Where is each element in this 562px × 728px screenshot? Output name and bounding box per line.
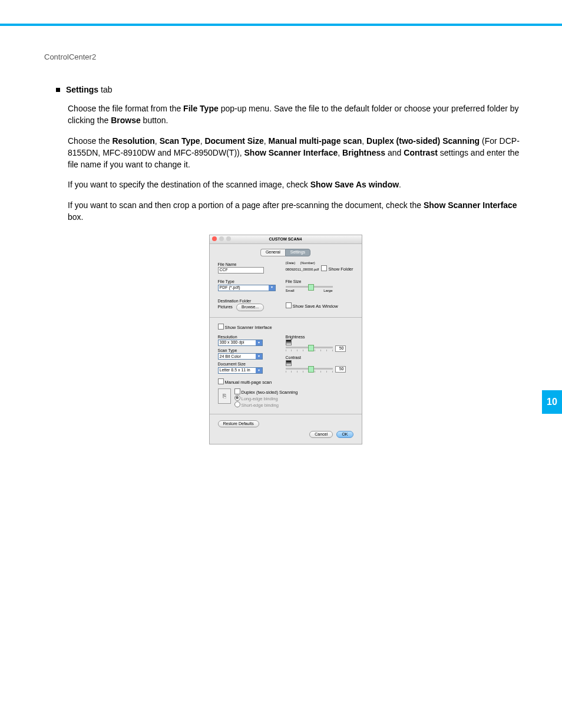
chevron-down-icon: ▾ (269, 285, 275, 291)
filesize-small: Small (286, 289, 295, 293)
show-save-as-checkbox[interactable] (286, 302, 292, 308)
p2j: Duplex (two-sided) Scanning (366, 136, 480, 146)
filesize-slider[interactable] (286, 286, 333, 288)
p2a: Choose the (68, 136, 113, 146)
dialog-titlebar: CUSTOM SCAN4 (210, 235, 362, 244)
resolution-select[interactable]: 300 x 300 dpi▾ (218, 340, 263, 346)
filename-preview: 08092011_00000.pdf (286, 268, 319, 271)
breadcrumb: ControlCenter2 (44, 52, 527, 61)
divider (210, 414, 362, 414)
duplex-icon: ⎘ (218, 388, 231, 404)
slider-thumb-icon (308, 284, 314, 291)
contrast-value[interactable]: 50 (335, 366, 346, 373)
p2b: Resolution (113, 136, 155, 146)
filetype-select[interactable]: PDF (*.pdf)▾ (218, 285, 276, 291)
cancel-button[interactable]: Cancel (309, 431, 333, 438)
filesize-label: File Size (286, 279, 353, 284)
p3a: If you want to specify the destination o… (68, 180, 310, 189)
window-controls (212, 236, 232, 242)
tab-bar: GeneralSettings (210, 244, 362, 259)
contrast-slider[interactable] (286, 368, 333, 370)
p2c: , (155, 136, 160, 146)
p4b: Show Scanner Interface (424, 200, 517, 210)
resolution-value: 300 x 300 dpi (220, 340, 244, 345)
contrast-label: Contrast (286, 355, 353, 360)
filename-input[interactable]: CCF (218, 267, 264, 274)
ok-button[interactable]: OK (336, 431, 353, 438)
brightness-slider[interactable] (286, 347, 333, 348)
settings-dialog: CUSTOM SCAN4 GeneralSettings File Name C… (209, 235, 362, 444)
resolution-label: Resolution (218, 335, 286, 340)
date-label: (Date) (286, 261, 296, 265)
dialog-body: File Name CCF (Date) (Number) 08092011_0… (210, 260, 362, 444)
short-edge-radio[interactable] (234, 401, 240, 407)
number-label: (Number) (300, 261, 315, 265)
p2m: , (338, 148, 342, 157)
docsize-label: Document Size (218, 362, 286, 367)
chevron-down-icon: ▾ (256, 368, 262, 373)
show-scanner-interface-checkbox[interactable] (218, 324, 224, 330)
p4c: box. (68, 212, 83, 222)
filesize-large: Large (323, 289, 332, 293)
p2f: Document Size (204, 136, 263, 146)
paragraph-1: Choose the file format from the File Typ… (68, 103, 527, 127)
brightness-value[interactable]: 50 (335, 345, 346, 352)
p4a: If you want to scan and then crop a port… (68, 200, 424, 210)
close-icon[interactable] (212, 236, 217, 241)
browse-button[interactable]: Browse... (236, 304, 264, 311)
p2n: Brightness (342, 148, 385, 157)
page-content: ControlCenter2 Settings tab Choose the f… (0, 26, 562, 444)
p1b: File Type (183, 104, 219, 113)
p1e: button. (141, 116, 168, 125)
divider (210, 317, 362, 318)
zoom-icon[interactable] (226, 236, 231, 241)
section-heading: Settings tab (56, 85, 527, 94)
destfolder-label: Destination Folder (218, 299, 286, 304)
filetype-value: PDF (*.pdf) (220, 285, 240, 290)
p2d: Scan Type (160, 136, 200, 146)
docsize-value: Letter 8.5 x 11 in (220, 368, 250, 373)
bullet-icon (56, 88, 60, 92)
dialog-footer: Cancel OK (218, 427, 353, 438)
docsize-select[interactable]: Letter 8.5 x 11 in▾ (218, 367, 263, 374)
chapter-tab: 10 (542, 390, 562, 414)
contrast-icon (286, 360, 292, 366)
show-folder-checkbox[interactable] (321, 265, 327, 271)
chevron-down-icon: ▾ (256, 340, 262, 345)
p2g: , (264, 136, 269, 146)
chevron-down-icon: ▾ (256, 354, 262, 359)
slider-thumb-icon (308, 345, 314, 351)
scantype-value: 24 Bit Color (220, 354, 242, 359)
minimize-icon[interactable] (219, 236, 224, 241)
long-edge-label: Long-edge binding (242, 396, 278, 401)
restore-defaults-button[interactable]: Restore Defaults (218, 420, 259, 427)
duplex-checkbox[interactable] (234, 388, 240, 394)
top-bar (0, 0, 562, 26)
scantype-select[interactable]: 24 Bit Color▾ (218, 353, 263, 360)
dialog-title: CUSTOM SCAN4 (269, 237, 302, 241)
paragraph-2: Choose the Resolution, Scan Type, Docume… (68, 135, 527, 171)
show-save-as-label: Show Save As Window (293, 304, 338, 309)
heading-rest: tab (98, 85, 112, 94)
slider-thumb-icon (308, 366, 314, 373)
show-folder-label: Show Folder (328, 266, 353, 272)
p1d: Browse (111, 116, 141, 125)
short-edge-label: Short-edge binding (242, 403, 279, 408)
tab-general[interactable]: General (260, 249, 285, 256)
heading-bold: Settings (66, 85, 98, 94)
p2o: and (385, 148, 404, 157)
scantype-label: Scan Type (218, 348, 286, 353)
manual-multipage-checkbox[interactable] (218, 378, 224, 384)
duplex-label: Duplex (two-sided) Scanning (242, 390, 298, 395)
p3b: Show Save As window (310, 180, 399, 189)
tab-settings[interactable]: Settings (285, 249, 310, 256)
brightness-icon (286, 340, 292, 345)
filetype-label: File Type (218, 279, 286, 284)
p2l: Show Scanner Interface (244, 148, 338, 157)
p1a: Choose the file format from the (68, 104, 183, 113)
paragraph-4: If you want to scan and then crop a port… (68, 199, 527, 223)
p2i: , (362, 136, 366, 146)
brightness-label: Brightness (286, 335, 353, 340)
long-edge-radio[interactable] (234, 395, 240, 401)
p3c: . (399, 180, 401, 189)
